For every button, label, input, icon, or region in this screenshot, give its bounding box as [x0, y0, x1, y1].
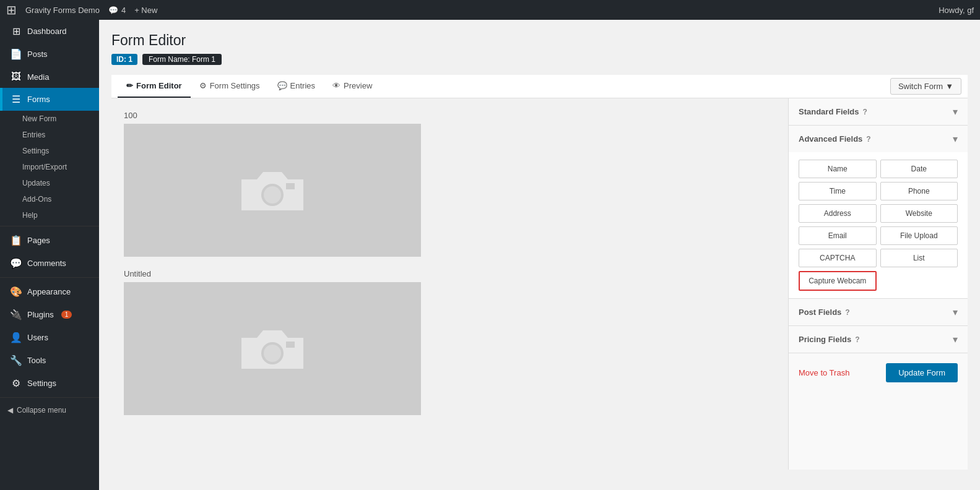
field-btn-website[interactable]: Website	[880, 204, 958, 223]
adminbar-new[interactable]: + New	[134, 6, 157, 15]
comments-icon: 💬	[108, 6, 118, 15]
menu-separator-2	[0, 277, 99, 278]
field-btn-date[interactable]: Date	[880, 160, 958, 178]
field-untitled-image	[124, 282, 421, 415]
collapse-icon: ◀	[7, 406, 13, 415]
form-field-untitled[interactable]: Untitled	[124, 269, 776, 415]
sidebar-item-label: Users	[27, 333, 48, 342]
field-btn-list[interactable]: List	[880, 249, 958, 267]
sidebar-item-appearance[interactable]: 🎨 Appearance	[0, 280, 99, 303]
sidebar-item-forms[interactable]: ☰ Forms	[0, 88, 99, 111]
comments-count: 4	[121, 6, 126, 15]
field-btn-captcha[interactable]: CAPTCHA	[799, 249, 877, 267]
users-icon: 👤	[10, 332, 22, 343]
svg-point-4	[264, 345, 281, 362]
advanced-fields-grid: Name Date Time Phone Address Website Ema…	[799, 160, 958, 291]
tab-preview-label: Preview	[344, 81, 372, 90]
adminbar-site-name[interactable]: Gravity Forms Demo	[25, 6, 100, 15]
field-btn-time[interactable]: Time	[799, 182, 877, 200]
sidebar-item-settings[interactable]: ⚙ Settings	[0, 372, 99, 395]
sidebar-item-label: Comments	[27, 259, 66, 268]
field-btn-address[interactable]: Address	[799, 204, 877, 223]
post-fields-header[interactable]: Post Fields ? ▾	[789, 299, 968, 325]
adminbar-comments[interactable]: 💬 4	[108, 6, 126, 15]
settings-icon: ⚙	[10, 377, 22, 389]
switch-form-label: Switch Form	[898, 82, 943, 91]
field-100-image	[124, 124, 421, 257]
sidebar-submenu-entries[interactable]: Entries	[0, 127, 99, 143]
standard-fields-help-icon[interactable]: ?	[863, 108, 867, 116]
tab-nav: ✏ Form Editor ⚙ Form Settings 💬 Entries …	[111, 75, 968, 98]
advanced-fields-section: Advanced Fields ? ▾ Name Date Time Phone…	[789, 126, 968, 299]
update-form-button[interactable]: Update Form	[886, 363, 958, 382]
advanced-fields-header[interactable]: Advanced Fields ? ▾	[789, 126, 968, 152]
switch-form-button[interactable]: Switch Form ▼	[890, 78, 961, 95]
field-btn-name[interactable]: Name	[799, 160, 877, 178]
sidebar-item-label: Settings	[27, 379, 56, 388]
standard-fields-toggle-icon: ▾	[953, 106, 958, 118]
form-settings-icon: ⚙	[199, 81, 207, 90]
svg-rect-2	[286, 183, 295, 189]
forms-icon: ☰	[10, 93, 22, 105]
advanced-fields-label: Advanced Fields	[799, 134, 862, 144]
pages-icon: 📋	[10, 234, 22, 246]
form-editor-icon: ✏	[126, 81, 133, 90]
tab-form-settings-label: Form Settings	[210, 81, 260, 90]
sidebar-item-comments[interactable]: 💬 Comments	[0, 252, 99, 275]
sidebar-submenu-new-form[interactable]: New Form	[0, 111, 99, 127]
pricing-fields-help-icon[interactable]: ?	[855, 335, 859, 344]
tab-form-settings[interactable]: ⚙ Form Settings	[191, 75, 269, 98]
sidebar-item-pages[interactable]: 📋 Pages	[0, 229, 99, 252]
adminbar-howdy: Howdy, gf	[939, 6, 974, 15]
main-content: Form Editor ID: 1 Form Name: Form 1 ✏ Fo…	[99, 20, 980, 490]
camera-icon	[235, 160, 310, 221]
field-btn-capture-webcam[interactable]: Capture Webcam	[799, 271, 877, 291]
sidebar-item-label: Plugins	[27, 310, 54, 319]
field-untitled-label: Untitled	[124, 269, 776, 278]
tab-form-editor[interactable]: ✏ Form Editor	[118, 75, 191, 98]
sidebar-item-dashboard[interactable]: ⊞ Dashboard	[0, 20, 99, 43]
standard-fields-header[interactable]: Standard Fields ? ▾	[789, 98, 968, 125]
sidebar-submenu-import-export[interactable]: Import/Export	[0, 159, 99, 175]
advanced-fields-help-icon[interactable]: ?	[866, 135, 870, 144]
sidebar-item-label: Tools	[27, 356, 46, 365]
pricing-fields-toggle-icon: ▾	[953, 333, 958, 345]
post-fields-section: Post Fields ? ▾	[789, 299, 968, 326]
move-to-trash-button[interactable]: Move to Trash	[799, 368, 849, 377]
camera-icon-2	[235, 318, 310, 380]
admin-bar: ⊞ Gravity Forms Demo 💬 4 + New Howdy, gf	[0, 0, 980, 20]
sidebar-item-users[interactable]: 👤 Users	[0, 326, 99, 349]
sidebar-submenu-updates[interactable]: Updates	[0, 175, 99, 191]
sidebar-submenu-settings[interactable]: Settings	[0, 143, 99, 159]
form-name-badge: Form Name: Form 1	[142, 54, 222, 65]
tools-icon: 🔧	[10, 355, 22, 366]
standard-fields-title: Standard Fields ?	[799, 107, 867, 116]
field-btn-email[interactable]: Email	[799, 226, 877, 245]
switch-form-arrow: ▼	[945, 82, 953, 91]
advanced-fields-body: Name Date Time Phone Address Website Ema…	[789, 152, 968, 298]
pricing-fields-title: Pricing Fields ?	[799, 335, 860, 344]
sidebar-item-plugins[interactable]: 🔌 Plugins 1	[0, 303, 99, 326]
posts-icon: 📄	[10, 48, 22, 60]
sidebar-item-media[interactable]: 🖼 Media	[0, 66, 99, 88]
advanced-fields-title: Advanced Fields ?	[799, 134, 871, 144]
field-btn-file-upload[interactable]: File Upload	[880, 226, 958, 245]
media-icon: 🖼	[10, 71, 22, 82]
tab-entries-label: Entries	[290, 81, 315, 90]
tab-preview[interactable]: 👁 Preview	[324, 75, 381, 98]
sidebar-item-posts[interactable]: 📄 Posts	[0, 43, 99, 66]
sidebar-submenu-help[interactable]: Help	[0, 207, 99, 223]
field-btn-phone[interactable]: Phone	[880, 182, 958, 200]
sidebar-submenu-add-ons[interactable]: Add-Ons	[0, 191, 99, 207]
form-meta: ID: 1 Form Name: Form 1	[111, 54, 968, 65]
form-field-100[interactable]: 100	[124, 111, 776, 257]
post-fields-help-icon[interactable]: ?	[845, 308, 849, 317]
collapse-menu-button[interactable]: ◀ Collapse menu	[0, 400, 99, 420]
field-100-label: 100	[124, 111, 776, 120]
svg-point-1	[264, 186, 281, 204]
sidebar-item-tools[interactable]: 🔧 Tools	[0, 349, 99, 372]
post-fields-toggle-icon: ▾	[953, 306, 958, 318]
standard-fields-section: Standard Fields ? ▾	[789, 98, 968, 126]
tab-entries[interactable]: 💬 Entries	[269, 75, 324, 98]
pricing-fields-header[interactable]: Pricing Fields ? ▾	[789, 326, 968, 353]
